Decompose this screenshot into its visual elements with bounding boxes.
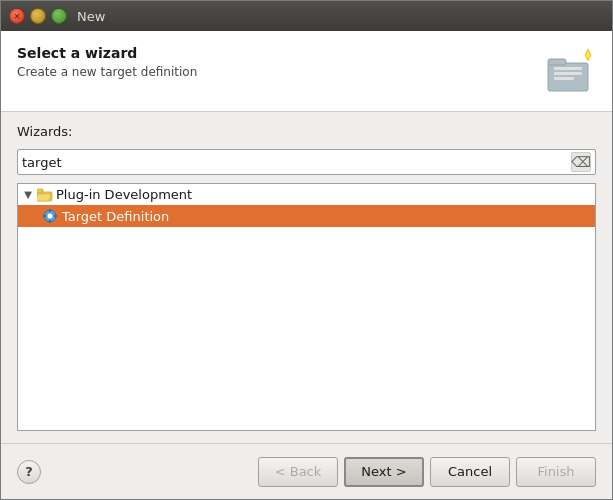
close-icon: × (13, 11, 21, 21)
wizard-tree: ▼ Plug-in Development (17, 183, 596, 431)
help-icon: ? (25, 464, 33, 479)
svg-marker-9 (37, 194, 51, 201)
footer: ? < Back Next > Cancel Finish (1, 443, 612, 499)
header-area: Select a wizard Create a new target defi… (1, 31, 612, 112)
target-definition-icon (42, 208, 58, 224)
tree-parent-plugin-development[interactable]: ▼ Plug-in Development (18, 184, 595, 205)
header-title: Select a wizard (17, 45, 534, 61)
minimize-button[interactable] (30, 8, 46, 24)
header-subtitle: Create a new target definition (17, 65, 534, 79)
footer-left: ? (17, 460, 41, 484)
tree-parent-label: Plug-in Development (56, 187, 192, 202)
search-input[interactable] (22, 155, 571, 170)
search-clear-button[interactable]: ⌫ (571, 152, 591, 172)
footer-buttons: < Back Next > Cancel Finish (258, 457, 596, 487)
next-button[interactable]: Next > (344, 457, 424, 487)
wizards-label: Wizards: (17, 124, 596, 139)
folder-open-icon (37, 188, 53, 202)
wizard-icon (544, 45, 596, 97)
search-row: ⌫ (17, 149, 596, 175)
close-button[interactable]: × (9, 8, 25, 24)
svg-rect-15 (54, 215, 57, 217)
window: × New Select a wizard Create a new targe… (0, 0, 613, 500)
svg-point-11 (48, 214, 53, 219)
header-text: Select a wizard Create a new target defi… (17, 45, 534, 79)
help-button[interactable]: ? (17, 460, 41, 484)
tree-child-label: Target Definition (62, 209, 169, 224)
tree-child-target-definition[interactable]: Target Definition (18, 205, 595, 227)
svg-rect-8 (37, 189, 43, 193)
finish-button[interactable]: Finish (516, 457, 596, 487)
svg-rect-14 (43, 215, 46, 217)
titlebar: × New (1, 1, 612, 31)
svg-rect-4 (554, 77, 574, 80)
svg-rect-2 (554, 67, 582, 70)
clear-icon: ⌫ (571, 154, 591, 170)
cancel-button[interactable]: Cancel (430, 457, 510, 487)
svg-rect-1 (548, 59, 566, 65)
svg-rect-3 (554, 72, 582, 75)
svg-rect-12 (49, 209, 51, 212)
titlebar-buttons: × (9, 8, 67, 24)
window-title: New (77, 9, 604, 24)
maximize-button[interactable] (51, 8, 67, 24)
content-area: Wizards: ⌫ ▼ Plug-in Development (1, 112, 612, 443)
back-button[interactable]: < Back (258, 457, 338, 487)
svg-rect-13 (49, 220, 51, 223)
tree-arrow-icon: ▼ (22, 189, 34, 200)
